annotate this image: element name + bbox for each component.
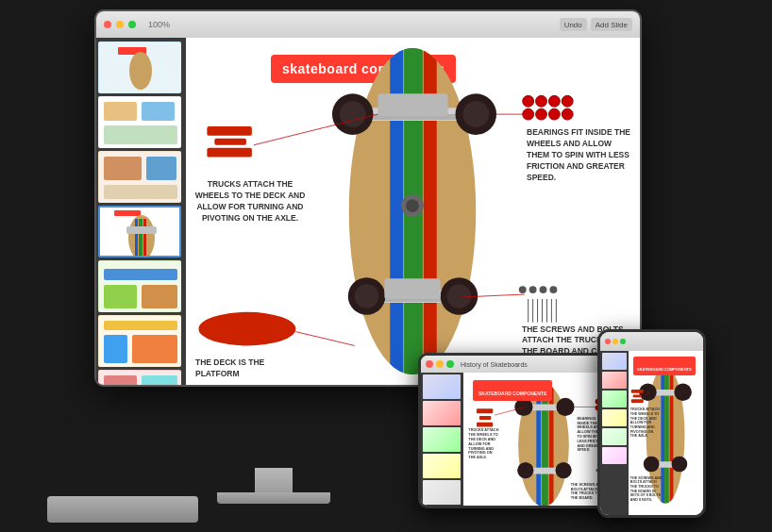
slide-thumb-content-6 xyxy=(99,316,180,366)
close-button[interactable] xyxy=(104,21,111,28)
svg-rect-56 xyxy=(207,148,251,158)
phone-thumb-1[interactable] xyxy=(602,353,627,370)
add-slide-button[interactable]: Add Slide xyxy=(591,18,632,31)
phone-close[interactable] xyxy=(605,339,611,344)
svg-rect-23 xyxy=(104,321,177,330)
phone-screen: SKATEBOARD COMPONENTS xyxy=(600,332,703,515)
phone-thumb-4[interactable] xyxy=(602,409,627,426)
svg-rect-24 xyxy=(104,335,127,363)
svg-rect-92 xyxy=(477,408,493,413)
svg-text:THE DECK AND: THE DECK AND xyxy=(468,438,495,441)
svg-text:AND 8 NUTS.: AND 8 NUTS. xyxy=(630,498,652,502)
tablet: History of Skateboards ▶ SKATEBOARD COMP… xyxy=(418,353,626,508)
slide-thumbnail-7[interactable] xyxy=(98,370,181,385)
svg-point-70 xyxy=(529,286,537,293)
svg-text:BOLTS ATTACH: BOLTS ATTACH xyxy=(571,488,598,491)
svg-rect-19 xyxy=(104,269,177,280)
svg-text:INSIDE THE: INSIDE THE xyxy=(577,422,597,425)
svg-rect-55 xyxy=(214,139,246,145)
tablet-thumb-2[interactable] xyxy=(423,401,461,425)
tablet-thumb-3[interactable] xyxy=(423,427,461,452)
tablet-minimize[interactable] xyxy=(436,360,444,368)
svg-text:SETS OF 8 BOLTS: SETS OF 8 BOLTS xyxy=(630,493,662,497)
svg-text:THE WHEELS TO: THE WHEELS TO xyxy=(468,433,497,437)
svg-rect-16 xyxy=(143,219,146,257)
tablet-thumb-4[interactable] xyxy=(423,454,461,478)
svg-rect-17 xyxy=(126,226,157,234)
slide-thumb-content-5 xyxy=(99,261,180,311)
phone-slide-title-box: SKATEBOARD COMPONENTS xyxy=(633,357,696,375)
svg-text:TURNING AND: TURNING AND xyxy=(630,425,655,429)
svg-text:THE BOARD.: THE BOARD. xyxy=(571,496,594,500)
tablet-slide-title-box: SKATEBOARD COMPONENTS xyxy=(473,380,552,401)
phone-thumb-5[interactable] xyxy=(602,428,627,445)
svg-text:TRUCKS ATTACH: TRUCKS ATTACH xyxy=(630,407,660,411)
slide-thumbnail-6[interactable] xyxy=(98,315,181,367)
svg-point-43 xyxy=(462,101,489,127)
slide-thumbnail-5[interactable] xyxy=(98,260,181,312)
svg-text:THE DECK AND: THE DECK AND xyxy=(630,417,657,421)
svg-rect-140 xyxy=(633,395,642,398)
phone-maximize[interactable] xyxy=(620,339,626,344)
svg-line-59 xyxy=(295,332,354,346)
phone-thumb-6[interactable] xyxy=(602,447,627,464)
svg-point-72 xyxy=(549,286,557,293)
tablet-slide-title: SKATEBOARD COMPONENTS xyxy=(478,391,546,396)
monitor-toolbar: 100% Undo Add Slide xyxy=(96,11,640,38)
slide-thumbnail-2[interactable] xyxy=(98,96,181,148)
deck-annotation: THE DECK IS THE PLATFORM xyxy=(195,357,290,380)
svg-rect-83 xyxy=(536,384,541,506)
phone-minimize[interactable] xyxy=(613,339,618,344)
phone-content: SKATEBOARD COMPONENTS xyxy=(600,351,703,515)
svg-rect-25 xyxy=(132,335,177,363)
slide-panel[interactable] xyxy=(96,38,186,385)
svg-point-67 xyxy=(562,108,573,120)
svg-rect-132 xyxy=(670,367,674,504)
svg-rect-20 xyxy=(104,285,137,308)
tablet-screen: History of Skateboards ▶ SKATEBOARD COMP… xyxy=(421,356,623,506)
svg-text:THE SCREWS AND: THE SCREWS AND xyxy=(630,476,663,480)
svg-point-138 xyxy=(672,457,688,473)
svg-rect-93 xyxy=(479,416,491,420)
phone-thumb-2[interactable] xyxy=(602,372,627,389)
svg-point-66 xyxy=(548,108,560,120)
phone-thumb-3[interactable] xyxy=(602,391,627,407)
tablet-thumb-1[interactable] xyxy=(423,374,461,399)
main-slide-canvas: skateboard components xyxy=(186,38,640,385)
svg-point-88 xyxy=(556,398,574,416)
tablet-thumb-5[interactable] xyxy=(423,480,461,505)
svg-text:ALLOW FOR: ALLOW FOR xyxy=(630,421,652,424)
toolbar-actions: Undo Add Slide xyxy=(560,18,632,31)
svg-point-61 xyxy=(536,95,547,107)
slide-thumbnail-3[interactable] xyxy=(98,151,181,203)
svg-rect-21 xyxy=(142,285,177,308)
phone-thumbnails xyxy=(600,351,629,515)
tablet-title: History of Skateboards xyxy=(461,361,528,368)
slide-thumbnail-4[interactable] xyxy=(98,206,181,258)
slide-thumbnail-1[interactable] xyxy=(98,42,181,93)
svg-text:PIVOTING ON: PIVOTING ON xyxy=(630,430,654,434)
svg-rect-10 xyxy=(104,185,177,199)
svg-point-69 xyxy=(519,286,527,293)
tablet-thumbnails xyxy=(421,373,463,506)
undo-button[interactable]: Undo xyxy=(560,18,587,31)
svg-point-71 xyxy=(540,286,547,293)
svg-text:THE TRUCKS TO: THE TRUCKS TO xyxy=(571,491,600,495)
svg-point-58 xyxy=(198,312,295,346)
phone-toolbar xyxy=(600,332,703,351)
tablet-close[interactable] xyxy=(426,360,433,368)
svg-point-90 xyxy=(517,462,533,478)
svg-point-137 xyxy=(644,457,660,473)
minimize-button[interactable] xyxy=(116,21,124,28)
svg-text:TURNING AND: TURNING AND xyxy=(468,447,494,451)
tablet-maximize[interactable] xyxy=(446,360,454,368)
svg-point-60 xyxy=(523,95,534,107)
svg-rect-15 xyxy=(139,219,143,257)
svg-point-47 xyxy=(355,284,379,308)
presentation-area: skateboard components xyxy=(96,38,640,385)
maximize-button[interactable] xyxy=(128,21,136,28)
svg-text:TRUCKS ATTACH: TRUCKS ATTACH xyxy=(468,428,498,432)
svg-rect-12 xyxy=(114,210,141,216)
svg-rect-84 xyxy=(542,384,548,506)
svg-point-53 xyxy=(406,199,419,212)
